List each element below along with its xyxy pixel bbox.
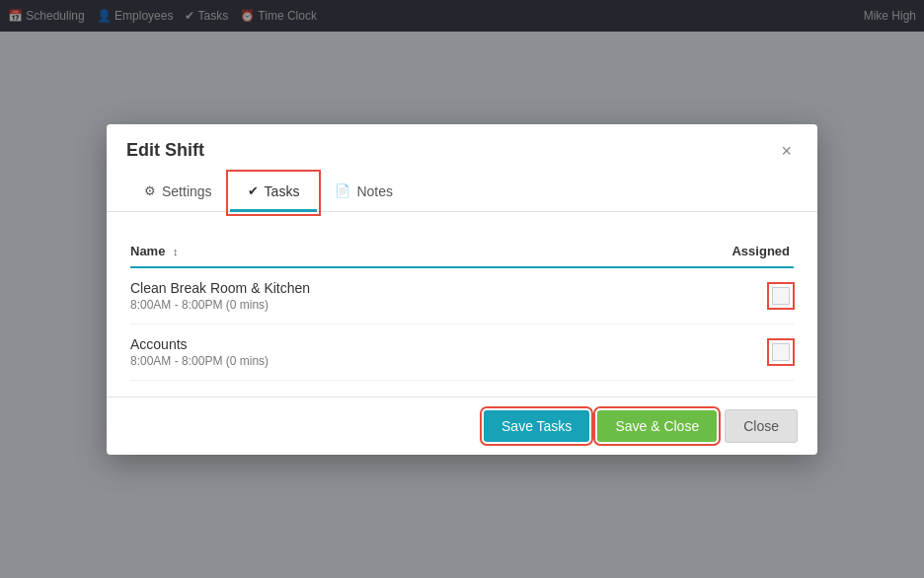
task-checkbox-1[interactable] — [772, 287, 790, 305]
col-name-label: Name — [130, 244, 165, 258]
tab-bar: ⚙ Settings ✔ Tasks 📄 Notes — [126, 174, 798, 211]
col-header-assigned: Assigned — [631, 236, 794, 267]
close-button[interactable]: Close — [725, 409, 798, 443]
col-header-name: Name ↕ — [130, 236, 631, 267]
task-name-2: Accounts — [130, 336, 621, 352]
edit-shift-modal: Edit Shift × ⚙ Settings ✔ Tasks 📄 — [107, 124, 817, 455]
backdrop: 📅 Scheduling 👤 Employees ✔ Tasks ⏰ Time … — [0, 0, 924, 578]
task-name-cell-1: Clean Break Room & Kitchen 8:00AM - 8:00… — [130, 267, 631, 325]
settings-icon: ⚙ — [144, 183, 156, 198]
modal-close-button[interactable]: × — [775, 140, 798, 162]
tasks-icon: ✔ — [248, 183, 259, 198]
task-table-body: Clean Break Room & Kitchen 8:00AM - 8:00… — [130, 267, 794, 381]
task-assigned-cell-2 — [631, 324, 794, 380]
tab-notes[interactable]: 📄 Notes — [317, 174, 411, 212]
modal-overlay: Edit Shift × ⚙ Settings ✔ Tasks 📄 — [0, 0, 924, 578]
task-time-2: 8:00AM - 8:00PM (0 mins) — [130, 354, 621, 368]
tab-tasks-label: Tasks — [265, 183, 300, 199]
task-table: Name ↕ Assigned Clean Break Room & Kitch… — [130, 236, 794, 381]
task-time-1: 8:00AM - 8:00PM (0 mins) — [130, 298, 621, 312]
table-row: Accounts 8:00AM - 8:00PM (0 mins) — [130, 324, 794, 380]
save-close-button[interactable]: Save & Close — [597, 410, 717, 442]
save-tasks-button[interactable]: Save Tasks — [484, 410, 589, 442]
task-name-cell-2: Accounts 8:00AM - 8:00PM (0 mins) — [130, 324, 631, 380]
modal-footer: Save Tasks Save & Close Close — [107, 397, 817, 455]
tab-settings-label: Settings — [162, 183, 212, 199]
task-table-head: Name ↕ Assigned — [130, 236, 794, 267]
table-row: Clean Break Room & Kitchen 8:00AM - 8:00… — [130, 267, 794, 325]
modal-header: Edit Shift × ⚙ Settings ✔ Tasks 📄 — [107, 124, 817, 212]
tab-settings[interactable]: ⚙ Settings — [126, 174, 230, 212]
task-checkbox-2[interactable] — [772, 343, 790, 361]
tab-notes-label: Notes — [356, 183, 393, 199]
sort-icon[interactable]: ↕ — [173, 246, 179, 257]
modal-title: Edit Shift — [126, 140, 204, 161]
task-name-1: Clean Break Room & Kitchen — [130, 280, 621, 296]
modal-body: Name ↕ Assigned Clean Break Room & Kitch… — [107, 212, 817, 397]
modal-title-row: Edit Shift × — [126, 140, 798, 162]
table-header-row: Name ↕ Assigned — [130, 236, 794, 267]
col-assigned-label: Assigned — [732, 244, 790, 258]
tab-tasks[interactable]: ✔ Tasks — [230, 174, 318, 212]
task-assigned-cell-1 — [631, 267, 794, 325]
notes-icon: 📄 — [335, 183, 350, 198]
